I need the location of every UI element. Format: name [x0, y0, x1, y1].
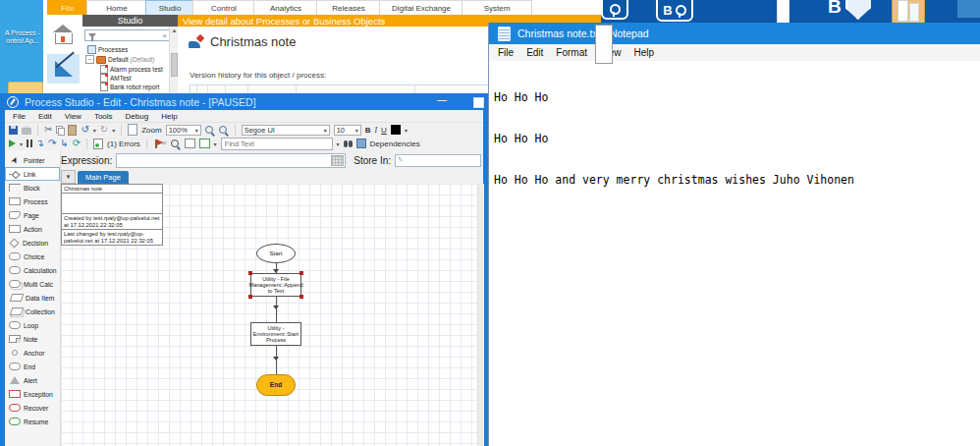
breakpoint-flag-icon[interactable] — [155, 139, 157, 148]
tool-action[interactable]: Action — [5, 222, 60, 236]
font-select[interactable]: Segoe UI▾ — [242, 125, 330, 136]
undo-dropdown-icon[interactable]: ▾ — [93, 127, 96, 134]
tab-main-page[interactable]: Main Page — [78, 171, 129, 184]
tool-process[interactable]: Process — [5, 195, 60, 208]
find-text-input[interactable] — [222, 139, 332, 149]
grid-highlight-icon[interactable] — [199, 139, 210, 148]
sidebar-studio-button[interactable] — [47, 54, 80, 84]
tool-page[interactable]: Page — [5, 208, 60, 222]
notepad-text-area[interactable]: Ho Ho Ho Ho Ho Ho Ho Ho Ho and very merr… — [489, 61, 980, 446]
play-icon[interactable] — [9, 139, 16, 147]
tab-studio[interactable]: Studio — [145, 0, 194, 16]
view-dropdown-icon[interactable]: ▾ — [214, 140, 217, 147]
redo-icon[interactable]: ↻ — [100, 125, 108, 135]
tool-block[interactable]: Block — [5, 181, 60, 195]
expression-input[interactable] — [116, 153, 346, 168]
expression-builder-icon[interactable] — [331, 155, 344, 166]
b-shield-icon[interactable]: B — [828, 0, 871, 20]
step-over-icon[interactable]: ↷ — [48, 139, 56, 148]
desktop-shortcut-label[interactable]: A Process - ontrol Ap... — [0, 29, 45, 45]
play-dropdown-icon[interactable]: ▾ — [20, 140, 23, 147]
blueprism-keyhole-icon[interactable] — [601, 0, 628, 20]
tool-pointer[interactable]: ➤Pointer — [5, 153, 60, 167]
selection-handle[interactable] — [299, 295, 303, 299]
italic-button[interactable]: I — [374, 126, 377, 135]
tool-collection[interactable]: Collection — [5, 305, 60, 318]
tool-decision[interactable]: Decision — [5, 236, 60, 250]
tool-data-item[interactable]: Data Item — [5, 291, 60, 305]
menu-edit[interactable]: Edit — [526, 47, 543, 58]
tree-node-process[interactable]: AMTest — [100, 74, 132, 83]
menu-format[interactable]: Format — [556, 47, 587, 58]
end-node[interactable]: End — [256, 374, 296, 396]
find-dropdown-icon[interactable]: ▾ — [337, 140, 340, 147]
action-node-start-process[interactable]: Utility - Environment::Start Process — [250, 322, 301, 346]
pause-icon[interactable] — [27, 139, 32, 147]
copy-icon[interactable] — [56, 126, 64, 134]
find-next-icon[interactable] — [344, 140, 353, 147]
menu-tools[interactable]: Tools — [94, 112, 113, 121]
errors-label[interactable]: (1) Errors — [107, 139, 140, 148]
tool-recover[interactable]: Recover — [5, 401, 60, 415]
dependencies-icon[interactable] — [356, 139, 366, 148]
step-in-icon[interactable]: ↴ — [36, 139, 44, 148]
tool-exception[interactable]: Exception — [5, 387, 60, 401]
tree-node-process[interactable]: Alarm process test — [100, 65, 163, 74]
main-window-edge-scrollbar[interactable] — [595, 25, 613, 64]
reset-icon[interactable]: ⟳ — [73, 139, 81, 148]
paste-icon[interactable] — [68, 125, 77, 136]
page-list-dropdown[interactable]: ▼ — [61, 170, 76, 184]
tool-alert[interactable]: Alert — [5, 373, 60, 387]
tab-system[interactable]: System — [462, 0, 532, 16]
bold-button[interactable]: B — [365, 126, 371, 135]
menu-debug[interactable]: Debug — [126, 112, 149, 121]
tool-calculation[interactable]: Calculation — [5, 263, 60, 277]
validate-icon[interactable] — [93, 139, 103, 149]
font-color-dropdown-icon[interactable]: ▾ — [405, 127, 408, 134]
step-out-icon[interactable]: ↳ — [60, 139, 68, 148]
tool-loop[interactable]: Loop — [5, 318, 60, 332]
dependencies-label[interactable]: Dependencies — [370, 139, 420, 148]
tree-node-process[interactable]: Bank robot report — [100, 83, 159, 91]
menu-edit[interactable]: Edit — [38, 112, 52, 121]
redo-dropdown-icon[interactable]: ▾ — [112, 127, 115, 134]
flow-canvas[interactable]: Christmas note Created by test.rpaly@op-… — [61, 184, 477, 446]
font-size-select[interactable]: 10▾ — [334, 125, 361, 136]
canvas-scrollbar[interactable] — [477, 184, 484, 446]
zoom-in-icon[interactable] — [205, 126, 213, 134]
zoom-select[interactable]: 100%▾ — [166, 125, 201, 136]
print-icon[interactable] — [22, 128, 31, 135]
menu-view[interactable]: View — [65, 112, 82, 121]
process-studio-titlebar[interactable]: Process Studio - Edit - Christmas note -… — [0, 93, 488, 110]
menu-help[interactable]: Help — [161, 112, 177, 121]
font-color-swatch[interactable] — [391, 125, 401, 135]
undo-icon[interactable]: ↺ — [81, 125, 88, 135]
menu-file[interactable]: File — [498, 47, 514, 58]
folder-icon[interactable] — [892, 0, 925, 24]
tree-filter-input[interactable]: × — [84, 29, 171, 41]
cut-icon[interactable]: ✂ — [44, 125, 52, 135]
tree-node-processes[interactable]: Processes — [87, 45, 128, 54]
action-node-append-to-text[interactable]: Utility - File Management::Append to Tex… — [250, 273, 301, 297]
search-page-icon[interactable] — [171, 139, 179, 147]
tab-digital-exchange[interactable]: Digital Exchange — [379, 0, 463, 16]
collapse-icon[interactable]: − — [85, 55, 94, 64]
zoom-page-icon[interactable] — [128, 124, 137, 136]
tool-anchor[interactable]: Anchor — [5, 346, 60, 360]
underline-button[interactable]: U — [381, 126, 387, 135]
selection-handle[interactable] — [299, 271, 303, 275]
tool-end[interactable]: End — [5, 360, 60, 373]
collection-view-icon[interactable] — [185, 139, 195, 148]
tool-choice[interactable]: Choice — [5, 250, 60, 263]
save-icon[interactable] — [9, 126, 18, 135]
tab-home[interactable]: Home — [86, 0, 147, 16]
tool-resume[interactable]: Resume — [5, 415, 60, 428]
minimize-button[interactable]: — — [437, 94, 447, 105]
document-icon[interactable] — [777, 0, 789, 24]
tool-note[interactable]: Note — [5, 332, 60, 346]
sidebar-home-button[interactable] — [47, 23, 80, 48]
menu-file[interactable]: File — [13, 112, 26, 121]
notepad-titlebar[interactable]: Christmas note.txt - Notepad — [489, 23, 980, 44]
maximize-button[interactable] — [473, 97, 484, 108]
tab-file[interactable]: File — [47, 0, 88, 16]
